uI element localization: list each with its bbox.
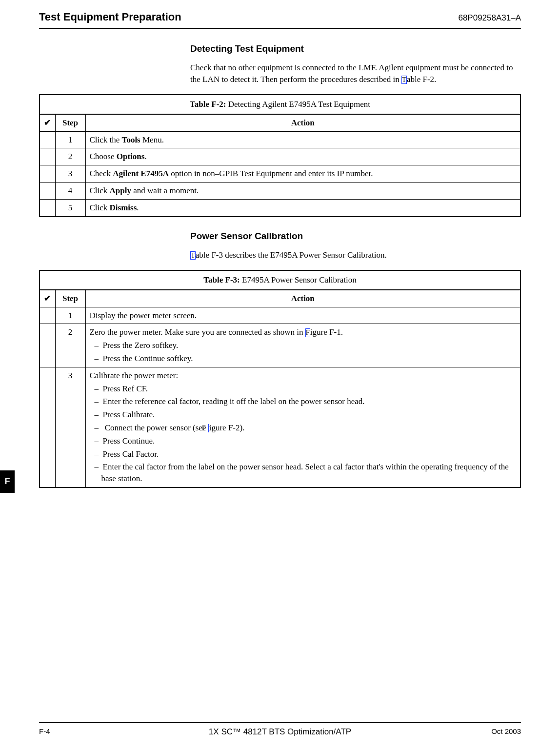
table-caption-label: Table F-3: (203, 275, 240, 284)
table-header-row: ✔ Step Action (40, 114, 520, 131)
table-row: 3 Calibrate the power meter: Press Ref C… (40, 367, 520, 487)
action-cell: Zero the power meter. Make sure you are … (85, 324, 520, 367)
action-subitem: Enter the cal factor from the label on t… (90, 461, 517, 485)
table-row: 1 Display the power meter screen. (40, 307, 520, 324)
table-row: 2 Choose Options. (40, 148, 520, 165)
action-lead: Calibrate the power meter: (90, 370, 517, 382)
action-cell: Check Agilent E7495A option in non–GPIB … (85, 165, 520, 183)
col-check-header: ✔ (40, 114, 55, 131)
action-subitem: Press the Zero softkey. (90, 340, 517, 351)
action-cell: Choose Options. (85, 148, 520, 165)
action-text: Click (90, 186, 110, 195)
table-header-row: ✔ Step Action (40, 290, 520, 307)
crossref-link-table-f2[interactable]: T (401, 76, 407, 84)
check-cell (40, 324, 55, 367)
check-cell (40, 367, 55, 487)
action-text: . (137, 203, 139, 212)
appendix-tab: F (0, 470, 15, 493)
footer-page-number: F-4 (39, 726, 50, 736)
step-cell: 2 (55, 148, 85, 165)
check-cell (40, 307, 55, 324)
table-f2-caption: Table F-2: Detecting Agilent E7495A Test… (39, 94, 521, 114)
table-caption-text: E7495A Power Sensor Calibration (240, 275, 357, 284)
action-lead: Zero the power meter. Make sure you are … (90, 326, 517, 338)
table-f2: Table F-2: Detecting Agilent E7495A Test… (39, 94, 521, 217)
col-action-header: Action (85, 290, 520, 307)
table-row: 4 Click Apply and wait a moment. (40, 182, 520, 199)
table-row: 1 Click the Tools Menu. (40, 131, 520, 148)
action-cell: Click Dismiss. (85, 199, 520, 216)
section-heading-power-sensor: Power Sensor Calibration (190, 230, 521, 243)
check-cell (40, 199, 55, 216)
step-cell: 4 (55, 182, 85, 199)
page-header: Test Equipment Preparation 68P09258A31–A (39, 10, 521, 29)
step-cell: 3 (55, 367, 85, 487)
action-text: . (144, 152, 146, 161)
col-check-header: ✔ (40, 290, 55, 307)
action-subitem: Enter the reference cal factor, reading … (90, 396, 517, 407)
action-subitem: Press the Continue softkey. (90, 353, 517, 365)
action-subitem: Press Ref CF. (90, 383, 517, 395)
col-step-header: Step (55, 114, 85, 131)
para-text: Check that no other equipment is connect… (190, 63, 513, 84)
crossref-link-table-f3[interactable]: T (190, 251, 196, 260)
para-text: able F-2. (407, 75, 436, 84)
action-subitem: Press Continue. (90, 435, 517, 447)
step-cell: 5 (55, 199, 85, 216)
step-cell: 1 (55, 307, 85, 324)
step-cell: 1 (55, 131, 85, 148)
action-bold: Agilent E7495A (113, 169, 169, 178)
page-footer: F-4 1X SC™ 4812T BTS Optimization/ATP Oc… (39, 722, 521, 736)
action-bold: Apply (110, 186, 131, 195)
action-cell: Calibrate the power meter: Press Ref CF.… (85, 367, 520, 487)
action-text: Check (90, 169, 113, 178)
footer-title: 1X SC™ 4812T BTS Optimization/ATP (39, 726, 521, 738)
action-cell: Display the power meter screen. (85, 307, 520, 324)
action-text: Zero the power meter. Make sure you are … (90, 327, 305, 337)
check-cell (40, 182, 55, 199)
crossref-link-figure-f1[interactable]: F (305, 328, 310, 337)
action-text: and wait a moment. (131, 186, 199, 195)
action-subitem: Press Calibrate. (90, 409, 517, 421)
table-caption-text: Detecting Agilent E7495A Test Equipment (226, 100, 370, 109)
section1-paragraph: Check that no other equipment is connect… (190, 62, 521, 85)
table-row: 5 Click Dismiss. (40, 199, 520, 216)
section-heading-detecting: Detecting Test Equipment (190, 42, 521, 56)
col-action-header: Action (85, 114, 520, 131)
table-row: 3 Check Agilent E7495A option in non–GPI… (40, 165, 520, 183)
action-cell: Click the Tools Menu. (85, 131, 520, 148)
para-text: able F-3 describes the E7495A Power Sens… (196, 250, 387, 260)
check-cell (40, 165, 55, 183)
footer-date: Oct 2003 (491, 726, 521, 736)
action-subitem: Press Cal Factor. (90, 448, 517, 460)
action-text: Click the (90, 135, 122, 144)
page-header-docnum: 68P09258A31–A (458, 12, 521, 24)
action-bold: Options (117, 152, 145, 161)
step-cell: 3 (55, 165, 85, 183)
action-bold: Tools (122, 135, 140, 144)
table-row: 2 Zero the power meter. Make sure you ar… (40, 324, 520, 367)
table-f3: Table F-3: E7495A Power Sensor Calibrati… (39, 270, 521, 488)
action-cell: Click Apply and wait a moment. (85, 182, 520, 199)
action-text: Connect the power sensor (see (105, 423, 208, 432)
check-cell (40, 148, 55, 165)
section2-paragraph: Table F-3 describes the E7495A Power Sen… (190, 249, 521, 261)
action-text: Menu. (140, 135, 164, 144)
action-text: Choose (90, 152, 117, 161)
action-text: igure F-1. (310, 327, 343, 337)
col-step-header: Step (55, 290, 85, 307)
action-bold: Dismiss (110, 203, 137, 212)
action-subitem: Connect the power sensor (see Figure F-2… (90, 422, 517, 434)
page-header-title: Test Equipment Preparation (39, 10, 181, 25)
action-text: option in non–GPIB Test Equipment and en… (169, 169, 373, 178)
action-text: Click (90, 203, 110, 212)
check-cell (40, 131, 55, 148)
table-f3-caption: Table F-3: E7495A Power Sensor Calibrati… (39, 270, 521, 289)
step-cell: 2 (55, 324, 85, 367)
table-caption-label: Table F-2: (190, 100, 226, 109)
action-text: igure F-2). (209, 423, 245, 432)
